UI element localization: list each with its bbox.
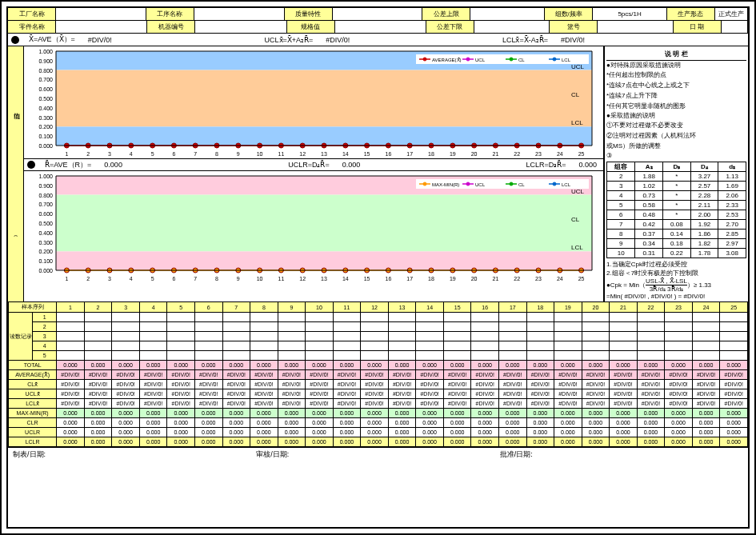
data-cell[interactable]: #DIV/0! (637, 380, 665, 389)
data-cell[interactable]: 0.000 (720, 361, 748, 370)
data-cell[interactable] (443, 332, 471, 341)
data-cell[interactable]: 0.000 (278, 361, 306, 370)
data-cell[interactable] (361, 313, 389, 322)
data-cell[interactable] (416, 341, 444, 351)
data-cell[interactable] (139, 313, 167, 322)
data-cell[interactable]: 0.000 (278, 418, 306, 428)
data-cell[interactable]: #DIV/0! (112, 389, 140, 399)
data-cell[interactable]: 0.000 (499, 437, 527, 447)
data-cell[interactable]: #DIV/0! (222, 370, 250, 380)
data-cell[interactable]: 0.000 (139, 418, 167, 428)
data-cell[interactable]: #DIV/0! (471, 399, 499, 409)
data-cell[interactable] (194, 322, 222, 332)
data-cell[interactable]: 0.000 (139, 409, 167, 418)
data-cell[interactable] (112, 332, 140, 341)
data-cell[interactable]: 0.000 (333, 361, 361, 370)
data-cell[interactable]: #DIV/0! (194, 389, 222, 399)
data-cell[interactable]: 0.000 (84, 428, 112, 437)
data-cell[interactable]: 0.000 (471, 409, 499, 418)
data-cell[interactable]: 0.000 (499, 418, 527, 428)
data-cell[interactable]: 0.000 (250, 361, 278, 370)
data-cell[interactable]: 0.000 (665, 409, 693, 418)
data-cell[interactable]: 0.000 (637, 428, 665, 437)
data-cell[interactable]: 0.000 (222, 428, 250, 437)
data-cell[interactable]: 0.000 (443, 418, 471, 428)
data-cell[interactable]: 0.000 (720, 409, 748, 418)
data-cell[interactable] (499, 341, 527, 351)
data-cell[interactable]: 0.000 (526, 437, 554, 447)
data-cell[interactable]: 0.000 (610, 437, 638, 447)
data-cell[interactable]: 0.000 (610, 361, 638, 370)
data-cell[interactable] (57, 322, 85, 332)
data-cell[interactable] (139, 351, 167, 361)
data-cell[interactable]: 0.000 (416, 437, 444, 447)
data-cell[interactable]: #DIV/0! (250, 399, 278, 409)
data-cell[interactable]: #DIV/0! (194, 380, 222, 389)
data-cell[interactable] (665, 322, 693, 332)
data-cell[interactable]: #DIV/0! (278, 399, 306, 409)
data-cell[interactable]: #DIV/0! (112, 380, 140, 389)
data-cell[interactable]: #DIV/0! (720, 370, 748, 380)
data-cell[interactable]: 0.000 (665, 361, 693, 370)
data-cell[interactable]: #DIV/0! (333, 389, 361, 399)
data-cell[interactable] (361, 322, 389, 332)
data-cell[interactable] (443, 313, 471, 322)
data-cell[interactable] (278, 332, 306, 341)
data-cell[interactable] (526, 313, 554, 322)
data-cell[interactable] (250, 322, 278, 332)
data-cell[interactable]: 0.000 (194, 409, 222, 418)
data-cell[interactable] (720, 313, 748, 322)
data-cell[interactable]: #DIV/0! (637, 399, 665, 409)
data-cell[interactable]: 0.000 (416, 418, 444, 428)
data-cell[interactable]: #DIV/0! (57, 389, 85, 399)
data-cell[interactable]: #DIV/0! (57, 399, 85, 409)
data-cell[interactable]: 0.000 (582, 409, 610, 418)
data-cell[interactable] (720, 322, 748, 332)
data-cell[interactable] (222, 351, 250, 361)
data-cell[interactable]: #DIV/0! (416, 389, 444, 399)
data-cell[interactable]: #DIV/0! (526, 370, 554, 380)
data-cell[interactable]: #DIV/0! (361, 380, 389, 389)
data-cell[interactable]: #DIV/0! (84, 380, 112, 389)
data-cell[interactable] (582, 322, 610, 332)
data-cell[interactable]: 0.000 (112, 428, 140, 437)
data-cell[interactable]: 0.000 (250, 409, 278, 418)
data-cell[interactable] (250, 341, 278, 351)
data-cell[interactable]: #DIV/0! (333, 399, 361, 409)
data-cell[interactable] (416, 322, 444, 332)
hdr1-v0[interactable] (56, 8, 146, 20)
data-cell[interactable]: #DIV/0! (167, 389, 195, 399)
data-cell[interactable]: 0.000 (167, 428, 195, 437)
data-cell[interactable] (278, 313, 306, 322)
data-cell[interactable]: 0.000 (416, 361, 444, 370)
data-cell[interactable] (665, 313, 693, 322)
data-cell[interactable]: 0.000 (57, 437, 85, 447)
data-cell[interactable]: 0.000 (554, 428, 582, 437)
data-cell[interactable] (582, 313, 610, 322)
data-cell[interactable] (665, 332, 693, 341)
data-cell[interactable]: 0.000 (333, 428, 361, 437)
data-cell[interactable]: 0.000 (361, 418, 389, 428)
data-cell[interactable]: 0.000 (112, 409, 140, 418)
data-cell[interactable]: #DIV/0! (139, 389, 167, 399)
data-cell[interactable]: 0.000 (222, 409, 250, 418)
data-cell[interactable]: 0.000 (306, 428, 334, 437)
data-cell[interactable]: 0.000 (112, 437, 140, 447)
data-cell[interactable]: 0.000 (499, 361, 527, 370)
data-cell[interactable]: 0.000 (416, 409, 444, 418)
data-cell[interactable]: 0.000 (333, 437, 361, 447)
data-cell[interactable]: #DIV/0! (84, 399, 112, 409)
data-cell[interactable] (416, 313, 444, 322)
data-cell[interactable]: 0.000 (665, 428, 693, 437)
data-cell[interactable] (222, 322, 250, 332)
data-cell[interactable] (720, 341, 748, 351)
data-cell[interactable]: #DIV/0! (582, 380, 610, 389)
data-cell[interactable]: 0.000 (526, 409, 554, 418)
data-cell[interactable] (57, 313, 85, 322)
data-cell[interactable]: #DIV/0! (306, 380, 334, 389)
data-cell[interactable]: #DIV/0! (610, 380, 638, 389)
data-cell[interactable] (278, 322, 306, 332)
data-cell[interactable] (84, 313, 112, 322)
data-cell[interactable]: #DIV/0! (526, 399, 554, 409)
data-cell[interactable]: #DIV/0! (471, 380, 499, 389)
